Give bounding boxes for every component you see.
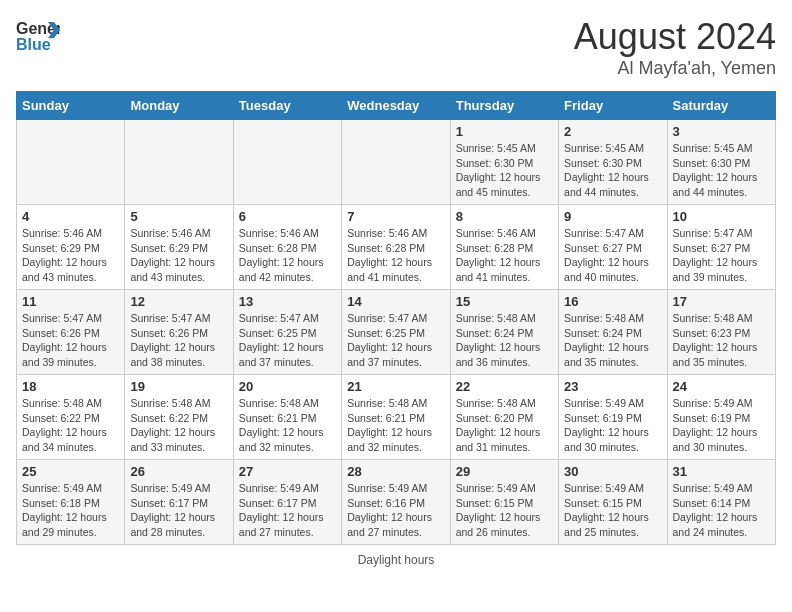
day-info: Sunrise: 5:48 AM Sunset: 6:22 PM Dayligh… bbox=[22, 396, 119, 455]
day-number: 28 bbox=[347, 464, 444, 479]
day-number: 14 bbox=[347, 294, 444, 309]
day-info: Sunrise: 5:49 AM Sunset: 6:15 PM Dayligh… bbox=[456, 481, 553, 540]
day-number: 27 bbox=[239, 464, 336, 479]
table-row bbox=[342, 120, 450, 205]
table-row: 16Sunrise: 5:48 AM Sunset: 6:24 PM Dayli… bbox=[559, 290, 667, 375]
day-number: 1 bbox=[456, 124, 553, 139]
logo-icon: General Blue bbox=[16, 16, 60, 54]
table-row: 30Sunrise: 5:49 AM Sunset: 6:15 PM Dayli… bbox=[559, 460, 667, 545]
table-row: 3Sunrise: 5:45 AM Sunset: 6:30 PM Daylig… bbox=[667, 120, 775, 205]
calendar-subtitle: Al Mayfa'ah, Yemen bbox=[574, 58, 776, 79]
day-info: Sunrise: 5:47 AM Sunset: 6:26 PM Dayligh… bbox=[22, 311, 119, 370]
day-number: 6 bbox=[239, 209, 336, 224]
day-info: Sunrise: 5:48 AM Sunset: 6:24 PM Dayligh… bbox=[564, 311, 661, 370]
calendar-week-3: 11Sunrise: 5:47 AM Sunset: 6:26 PM Dayli… bbox=[17, 290, 776, 375]
table-row: 10Sunrise: 5:47 AM Sunset: 6:27 PM Dayli… bbox=[667, 205, 775, 290]
table-row: 5Sunrise: 5:46 AM Sunset: 6:29 PM Daylig… bbox=[125, 205, 233, 290]
table-row: 20Sunrise: 5:48 AM Sunset: 6:21 PM Dayli… bbox=[233, 375, 341, 460]
header-monday: Monday bbox=[125, 92, 233, 120]
header-tuesday: Tuesday bbox=[233, 92, 341, 120]
table-row: 17Sunrise: 5:48 AM Sunset: 6:23 PM Dayli… bbox=[667, 290, 775, 375]
day-info: Sunrise: 5:49 AM Sunset: 6:17 PM Dayligh… bbox=[130, 481, 227, 540]
calendar-week-4: 18Sunrise: 5:48 AM Sunset: 6:22 PM Dayli… bbox=[17, 375, 776, 460]
header-row: Sunday Monday Tuesday Wednesday Thursday… bbox=[17, 92, 776, 120]
day-info: Sunrise: 5:48 AM Sunset: 6:23 PM Dayligh… bbox=[673, 311, 770, 370]
day-info: Sunrise: 5:47 AM Sunset: 6:27 PM Dayligh… bbox=[673, 226, 770, 285]
day-number: 29 bbox=[456, 464, 553, 479]
day-number: 7 bbox=[347, 209, 444, 224]
day-number: 3 bbox=[673, 124, 770, 139]
table-row: 13Sunrise: 5:47 AM Sunset: 6:25 PM Dayli… bbox=[233, 290, 341, 375]
table-row: 21Sunrise: 5:48 AM Sunset: 6:21 PM Dayli… bbox=[342, 375, 450, 460]
day-number: 26 bbox=[130, 464, 227, 479]
title-area: August 2024 Al Mayfa'ah, Yemen bbox=[574, 16, 776, 79]
header-sunday: Sunday bbox=[17, 92, 125, 120]
day-number: 22 bbox=[456, 379, 553, 394]
day-info: Sunrise: 5:49 AM Sunset: 6:15 PM Dayligh… bbox=[564, 481, 661, 540]
day-number: 15 bbox=[456, 294, 553, 309]
day-info: Sunrise: 5:46 AM Sunset: 6:29 PM Dayligh… bbox=[130, 226, 227, 285]
calendar-table: Sunday Monday Tuesday Wednesday Thursday… bbox=[16, 91, 776, 545]
table-row: 14Sunrise: 5:47 AM Sunset: 6:25 PM Dayli… bbox=[342, 290, 450, 375]
table-row: 23Sunrise: 5:49 AM Sunset: 6:19 PM Dayli… bbox=[559, 375, 667, 460]
table-row bbox=[125, 120, 233, 205]
footer-label: Daylight hours bbox=[358, 553, 435, 567]
table-row: 9Sunrise: 5:47 AM Sunset: 6:27 PM Daylig… bbox=[559, 205, 667, 290]
table-row: 25Sunrise: 5:49 AM Sunset: 6:18 PM Dayli… bbox=[17, 460, 125, 545]
day-number: 19 bbox=[130, 379, 227, 394]
day-number: 25 bbox=[22, 464, 119, 479]
day-number: 23 bbox=[564, 379, 661, 394]
day-info: Sunrise: 5:48 AM Sunset: 6:22 PM Dayligh… bbox=[130, 396, 227, 455]
table-row: 29Sunrise: 5:49 AM Sunset: 6:15 PM Dayli… bbox=[450, 460, 558, 545]
day-info: Sunrise: 5:46 AM Sunset: 6:28 PM Dayligh… bbox=[239, 226, 336, 285]
day-number: 9 bbox=[564, 209, 661, 224]
table-row: 31Sunrise: 5:49 AM Sunset: 6:14 PM Dayli… bbox=[667, 460, 775, 545]
day-number: 12 bbox=[130, 294, 227, 309]
day-info: Sunrise: 5:46 AM Sunset: 6:28 PM Dayligh… bbox=[456, 226, 553, 285]
table-row: 12Sunrise: 5:47 AM Sunset: 6:26 PM Dayli… bbox=[125, 290, 233, 375]
day-info: Sunrise: 5:49 AM Sunset: 6:17 PM Dayligh… bbox=[239, 481, 336, 540]
day-info: Sunrise: 5:47 AM Sunset: 6:26 PM Dayligh… bbox=[130, 311, 227, 370]
day-number: 31 bbox=[673, 464, 770, 479]
table-row: 15Sunrise: 5:48 AM Sunset: 6:24 PM Dayli… bbox=[450, 290, 558, 375]
table-row: 4Sunrise: 5:46 AM Sunset: 6:29 PM Daylig… bbox=[17, 205, 125, 290]
table-row: 22Sunrise: 5:48 AM Sunset: 6:20 PM Dayli… bbox=[450, 375, 558, 460]
table-row: 7Sunrise: 5:46 AM Sunset: 6:28 PM Daylig… bbox=[342, 205, 450, 290]
day-info: Sunrise: 5:47 AM Sunset: 6:25 PM Dayligh… bbox=[347, 311, 444, 370]
day-info: Sunrise: 5:49 AM Sunset: 6:19 PM Dayligh… bbox=[564, 396, 661, 455]
day-number: 2 bbox=[564, 124, 661, 139]
footer: Daylight hours bbox=[16, 553, 776, 567]
calendar-week-2: 4Sunrise: 5:46 AM Sunset: 6:29 PM Daylig… bbox=[17, 205, 776, 290]
day-number: 11 bbox=[22, 294, 119, 309]
day-number: 24 bbox=[673, 379, 770, 394]
table-row bbox=[233, 120, 341, 205]
day-number: 13 bbox=[239, 294, 336, 309]
day-info: Sunrise: 5:49 AM Sunset: 6:14 PM Dayligh… bbox=[673, 481, 770, 540]
calendar-week-1: 1Sunrise: 5:45 AM Sunset: 6:30 PM Daylig… bbox=[17, 120, 776, 205]
day-info: Sunrise: 5:45 AM Sunset: 6:30 PM Dayligh… bbox=[564, 141, 661, 200]
day-number: 21 bbox=[347, 379, 444, 394]
day-number: 18 bbox=[22, 379, 119, 394]
table-row: 19Sunrise: 5:48 AM Sunset: 6:22 PM Dayli… bbox=[125, 375, 233, 460]
day-info: Sunrise: 5:47 AM Sunset: 6:27 PM Dayligh… bbox=[564, 226, 661, 285]
table-row: 27Sunrise: 5:49 AM Sunset: 6:17 PM Dayli… bbox=[233, 460, 341, 545]
day-info: Sunrise: 5:48 AM Sunset: 6:24 PM Dayligh… bbox=[456, 311, 553, 370]
page-header: General Blue August 2024 Al Mayfa'ah, Ye… bbox=[16, 16, 776, 79]
header-saturday: Saturday bbox=[667, 92, 775, 120]
day-number: 16 bbox=[564, 294, 661, 309]
day-info: Sunrise: 5:49 AM Sunset: 6:18 PM Dayligh… bbox=[22, 481, 119, 540]
day-number: 20 bbox=[239, 379, 336, 394]
table-row: 2Sunrise: 5:45 AM Sunset: 6:30 PM Daylig… bbox=[559, 120, 667, 205]
header-wednesday: Wednesday bbox=[342, 92, 450, 120]
day-number: 4 bbox=[22, 209, 119, 224]
svg-text:Blue: Blue bbox=[16, 36, 51, 53]
table-row: 11Sunrise: 5:47 AM Sunset: 6:26 PM Dayli… bbox=[17, 290, 125, 375]
day-info: Sunrise: 5:49 AM Sunset: 6:16 PM Dayligh… bbox=[347, 481, 444, 540]
table-row: 18Sunrise: 5:48 AM Sunset: 6:22 PM Dayli… bbox=[17, 375, 125, 460]
day-info: Sunrise: 5:47 AM Sunset: 6:25 PM Dayligh… bbox=[239, 311, 336, 370]
table-row: 26Sunrise: 5:49 AM Sunset: 6:17 PM Dayli… bbox=[125, 460, 233, 545]
day-number: 17 bbox=[673, 294, 770, 309]
day-info: Sunrise: 5:45 AM Sunset: 6:30 PM Dayligh… bbox=[456, 141, 553, 200]
table-row bbox=[17, 120, 125, 205]
table-row: 1Sunrise: 5:45 AM Sunset: 6:30 PM Daylig… bbox=[450, 120, 558, 205]
